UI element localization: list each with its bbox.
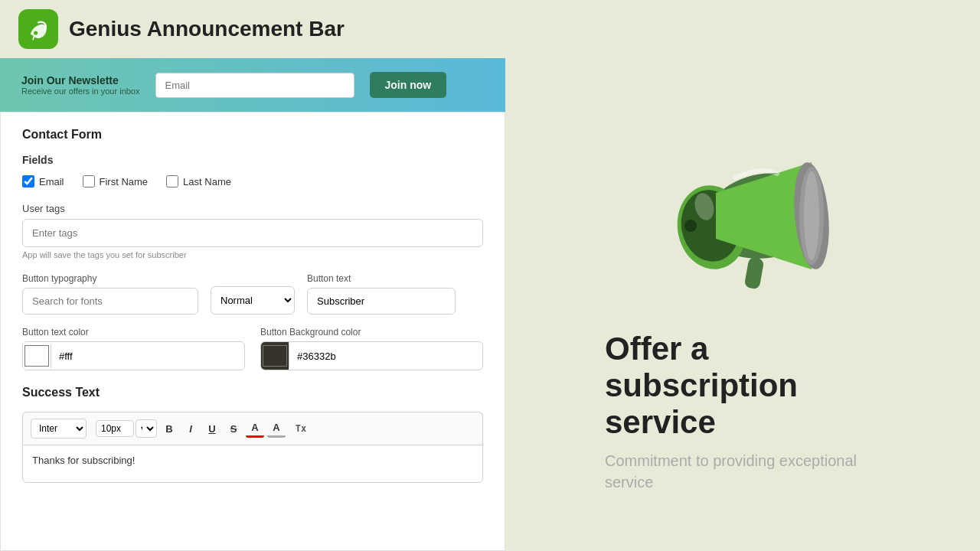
announcement-title: Join Our Newslette: [21, 74, 140, 86]
first-name-checkbox[interactable]: [83, 175, 95, 187]
font-size-wrap: ▾: [96, 419, 157, 438]
button-text-color-swatch[interactable]: [23, 342, 51, 370]
last-name-checkbox[interactable]: [166, 175, 178, 187]
font-style-spacer: [211, 272, 295, 282]
left-panel: Join Our Newslette Receive our offers in…: [0, 58, 505, 551]
rich-text-toolbar: Inter Arial Roboto ▾ B I U S A: [22, 412, 483, 445]
contact-form-title: Contact Form: [22, 128, 483, 142]
text-color-button[interactable]: A: [246, 419, 264, 438]
last-name-field-label: Last Name: [183, 176, 231, 187]
bold-button[interactable]: B: [160, 419, 178, 438]
announcement-subtitle: Receive our offers in your inbox: [21, 86, 140, 96]
success-text-section: Success Text Inter Arial Roboto ▾ B I: [22, 386, 483, 483]
button-bg-color-swatch[interactable]: [261, 342, 289, 370]
button-bg-color-field: Button Background color: [260, 327, 483, 370]
svg-point-0: [34, 31, 38, 35]
button-text-color-input-wrap: [22, 341, 245, 370]
button-typography-row: Button typography Normal Bold Italic Lig…: [22, 272, 483, 315]
user-tags-label: User tags: [22, 203, 483, 214]
success-text-content: Thanks for subscribing!: [32, 455, 135, 466]
button-text-color-label: Button text color: [22, 327, 245, 337]
font-style-wrap: Normal Bold Italic Light: [211, 272, 295, 315]
email-field-check[interactable]: Email: [22, 175, 64, 187]
button-text-color-field: Button text color: [22, 327, 245, 370]
last-name-field-check[interactable]: Last Name: [166, 175, 231, 187]
promo-subtext: Commitment to providing exceptional serv…: [605, 450, 880, 493]
megaphone-illustration: [643, 116, 842, 315]
button-text-label: Button text: [307, 273, 483, 284]
success-text-editor[interactable]: Thanks for subscribing!: [22, 445, 483, 483]
font-family-select[interactable]: Inter Arial Roboto: [31, 419, 87, 439]
svg-point-6: [804, 171, 819, 260]
promo-heading: Offer a subscription service: [605, 331, 880, 442]
app-logo: [18, 9, 58, 49]
form-panel: Contact Form Fields Email First Name Las…: [0, 112, 505, 551]
font-style-select[interactable]: Normal Bold Italic Light: [211, 286, 295, 315]
button-text-input[interactable]: [307, 288, 456, 315]
fields-label: Fields: [22, 154, 483, 166]
svg-rect-7: [744, 256, 765, 289]
button-text-color-hex[interactable]: [51, 344, 244, 368]
announcement-text: Join Our Newslette Receive our offers in…: [21, 74, 140, 96]
app-header: Genius Announcement Bar: [0, 0, 980, 58]
button-bg-color-input-wrap: [260, 341, 483, 370]
join-now-button[interactable]: Join now: [370, 72, 447, 98]
app-title: Genius Announcement Bar: [69, 17, 345, 41]
underline-button[interactable]: U: [203, 419, 221, 438]
fields-row: Email First Name Last Name: [22, 175, 483, 187]
svg-point-9: [684, 220, 697, 232]
font-search-input[interactable]: [22, 288, 198, 315]
right-panel: Offer a subscription service Commitment …: [505, 58, 980, 551]
first-name-field-label: First Name: [100, 176, 149, 187]
email-field-label: Email: [39, 176, 64, 187]
first-name-field-check[interactable]: First Name: [83, 175, 149, 187]
font-size-input[interactable]: [96, 420, 134, 437]
text-highlight-button[interactable]: A: [267, 419, 286, 438]
announcement-email-input[interactable]: [155, 73, 354, 98]
button-bg-color-label: Button Background color: [260, 327, 483, 337]
strikethrough-button[interactable]: S: [224, 419, 243, 438]
promo-heading-line2: service: [605, 404, 716, 440]
button-typography-label: Button typography: [22, 273, 198, 284]
tags-hint: App will save the tags you set for subsc…: [22, 250, 483, 259]
email-checkbox[interactable]: [22, 175, 34, 187]
promo-heading-line1: Offer a subscription: [605, 331, 798, 403]
font-size-select[interactable]: ▾: [136, 419, 157, 438]
success-text-label: Success Text: [22, 386, 483, 399]
tags-input[interactable]: [22, 219, 483, 247]
color-row: Button text color Button Background colo…: [22, 327, 483, 370]
button-bg-color-hex[interactable]: [289, 344, 482, 368]
main-content: Join Our Newslette Receive our offers in…: [0, 58, 980, 551]
announcement-bar-preview: Join Our Newslette Receive our offers in…: [0, 58, 505, 112]
promo-text: Offer a subscription service Commitment …: [605, 331, 880, 494]
clear-format-button[interactable]: Tx: [292, 419, 310, 438]
font-search-wrap: Button typography: [22, 273, 198, 315]
italic-button[interactable]: I: [181, 419, 200, 438]
button-text-wrap: Button text: [307, 273, 483, 315]
